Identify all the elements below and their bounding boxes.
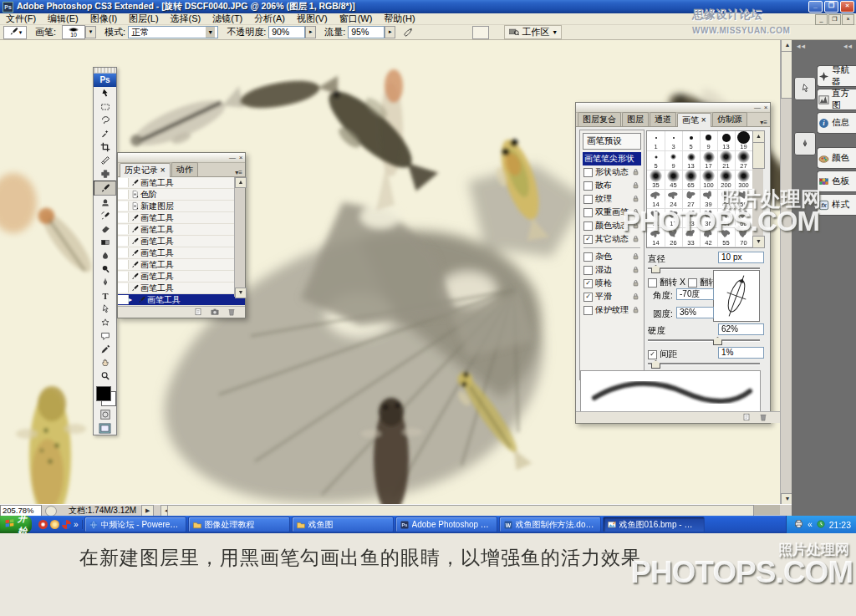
history-brush-tool[interactable] — [94, 209, 116, 222]
move-tool[interactable] — [94, 87, 116, 100]
healing-brush-tool[interactable] — [94, 167, 116, 181]
checkbox[interactable] — [583, 252, 593, 262]
history-source-box[interactable] — [118, 272, 129, 281]
toggle-palettes-icon[interactable] — [472, 26, 489, 39]
menu-窗口(W)[interactable]: 窗口(W) — [334, 13, 379, 24]
checkbox[interactable]: ✓ — [583, 293, 593, 302]
new-snapshot-icon[interactable] — [210, 307, 220, 318]
opacity-input[interactable]: 90% — [268, 26, 305, 38]
zoom-tool[interactable] — [94, 369, 116, 383]
custom-shape-tool[interactable] — [94, 316, 116, 329]
hand-tool[interactable] — [94, 356, 116, 369]
menu-图像(I)[interactable]: 图像(I) — [84, 13, 123, 24]
tab-图层复合[interactable]: 图层复合 — [578, 112, 621, 126]
checkbox[interactable] — [583, 181, 593, 191]
collapse-dock2-icon[interactable]: ◂◂ — [843, 42, 853, 50]
brush-option-纹理[interactable]: 纹理 — [580, 192, 644, 206]
brush-tip-35[interactable]: 35 — [647, 170, 665, 190]
panel-minimize-icon[interactable]: — — [228, 154, 237, 161]
new-brush-icon[interactable] — [741, 412, 752, 424]
brush-tip-19[interactable]: 19 — [735, 131, 753, 151]
history-source-box[interactable] — [118, 248, 129, 257]
flow-input[interactable]: 95% — [348, 26, 385, 38]
history-source-box[interactable] — [118, 260, 129, 269]
diameter-input[interactable]: 10 px — [718, 252, 764, 263]
tab-画笔 ×[interactable]: 画笔 × — [677, 113, 711, 127]
history-source-box[interactable] — [118, 213, 129, 222]
brush-tip-9[interactable]: 9 — [700, 131, 718, 151]
brush-option-湿边[interactable]: 湿边 — [580, 263, 644, 277]
tab-仿制源[interactable]: 仿制源 — [712, 112, 747, 126]
brush-tip-100[interactable]: 100 — [700, 170, 718, 190]
taskbar-Adobe Photoshop CS3...[interactable]: PsAdobe Photoshop CS3... — [395, 517, 497, 532]
blur-tool[interactable] — [94, 249, 116, 262]
airbrush-icon[interactable] — [402, 26, 414, 38]
brush-tip-shape-item[interactable]: 画笔笔尖形状 — [583, 152, 641, 165]
history-state-画笔工具[interactable]: 画笔工具 — [118, 247, 245, 259]
quick-mask-button[interactable] — [94, 408, 116, 421]
brush-option-形状动态[interactable]: 形状动态 — [580, 165, 644, 179]
brush-option-喷枪[interactable]: ✓喷枪 — [580, 277, 644, 290]
eyedropper-tool[interactable] — [94, 343, 116, 356]
brush-tool[interactable] — [94, 181, 116, 196]
tray-collapse-icon[interactable]: « — [808, 520, 813, 529]
gradient-tool[interactable] — [94, 236, 116, 249]
menu-滤镜(T)[interactable]: 滤镜(T) — [206, 13, 248, 24]
dock-mini-transform[interactable] — [794, 132, 816, 155]
history-source-box[interactable] — [118, 225, 129, 234]
taskbar-中频论坛 - Powered ...[interactable]: 中频论坛 - Powered ... — [84, 517, 186, 532]
roundness-input[interactable]: 36% — [676, 307, 714, 318]
blend-mode-select[interactable]: 正常▼ — [128, 26, 218, 38]
taskbar-戏鱼图[interactable]: 戏鱼图 — [292, 517, 394, 532]
history-state-画笔工具[interactable]: ▸画笔工具 — [118, 294, 245, 306]
history-state-画笔工具[interactable]: 画笔工具 — [118, 224, 245, 236]
brush-angle-preview[interactable] — [713, 270, 760, 322]
brush-option-杂色[interactable]: 杂色 — [580, 250, 644, 263]
dock-panel-信息[interactable]: i信息 — [817, 112, 856, 134]
history-state-画笔工具[interactable]: 画笔工具 — [118, 212, 245, 224]
brush-option-保护纹理[interactable]: 保护纹理 — [580, 303, 644, 317]
workspace-button[interactable]: 工作区▼ — [504, 25, 562, 39]
hardness-input[interactable]: 62% — [718, 323, 764, 335]
spacing-input[interactable]: 1% — [718, 347, 764, 359]
media-player-icon[interactable] — [38, 520, 48, 529]
brush-option-平滑[interactable]: ✓平滑 — [580, 290, 644, 303]
history-source-box[interactable] — [118, 201, 129, 211]
history-source-box[interactable] — [118, 178, 129, 187]
opacity-arrow-icon[interactable]: ▸ — [305, 26, 316, 38]
brush-tip-5[interactable]: 5 — [682, 131, 701, 151]
checkbox[interactable] — [583, 208, 593, 217]
history-state-画笔工具[interactable]: 画笔工具 — [118, 236, 245, 247]
dock-panel-颜色[interactable]: 颜色 — [817, 147, 856, 169]
printer-tray-icon[interactable] — [793, 518, 804, 531]
delete-state-icon[interactable] — [227, 307, 237, 318]
spacing-slider[interactable] — [648, 360, 760, 367]
brush-tip-45[interactable]: 45 — [665, 170, 683, 190]
history-source-box[interactable] — [118, 295, 129, 304]
menu-图层(L)[interactable]: 图层(L) — [123, 13, 164, 24]
status-flyout-icon[interactable]: ▶ — [141, 505, 154, 517]
dock-panel-色板[interactable]: 色板 — [817, 171, 856, 192]
brush-tip-13[interactable]: 13 — [682, 150, 701, 171]
dock-mini-tools-x[interactable] — [794, 77, 816, 100]
path-select-tool[interactable] — [94, 303, 116, 316]
panel-close-icon[interactable]: × — [237, 154, 245, 161]
checkbox[interactable] — [583, 306, 593, 315]
history-source-box[interactable] — [118, 283, 129, 293]
history-state-色阶[interactable]: 色阶 — [118, 189, 245, 201]
dock-panel-直方图[interactable]: 直方图 — [817, 89, 856, 110]
tray-app-icon[interactable] — [816, 519, 826, 531]
brush-tip-17[interactable]: 17 — [700, 150, 718, 171]
spacing-checkbox[interactable]: ✓间距 — [648, 349, 677, 360]
history-state-画笔工具[interactable]: 画笔工具 — [118, 177, 245, 189]
annotation-tool[interactable] — [94, 329, 116, 343]
new-document-from-state-icon[interactable] — [193, 307, 203, 318]
brush-tip-9[interactable]: 9 — [665, 150, 683, 171]
menu-文件(F)[interactable]: 文件(F) — [0, 13, 42, 24]
current-tool-well[interactable]: ▾ — [3, 26, 27, 39]
history-state-画笔工具[interactable]: 画笔工具 — [118, 271, 245, 283]
dock-panel-样式[interactable]: fx样式 — [817, 194, 856, 216]
canvas-hscrollbar[interactable] — [167, 505, 780, 515]
checkbox[interactable] — [583, 195, 593, 204]
angle-input[interactable]: -70度 — [676, 288, 714, 300]
